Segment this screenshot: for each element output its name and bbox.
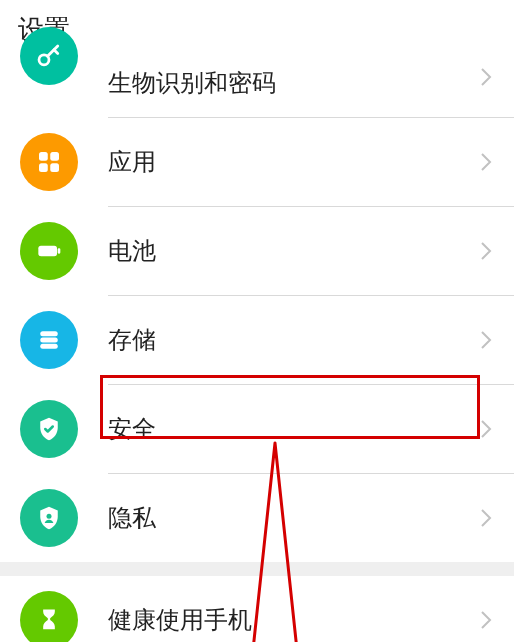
shield-check-icon [20,400,78,458]
chevron-right-icon [480,610,492,630]
svg-rect-1 [39,152,48,161]
key-icon [20,27,78,85]
storage-icon [20,311,78,369]
svg-rect-6 [58,248,61,253]
svg-rect-3 [39,163,48,172]
battery-icon [20,222,78,280]
svg-rect-9 [40,344,58,349]
shield-user-icon [20,489,78,547]
svg-point-10 [47,514,52,519]
settings-item-biometric[interactable]: 生物识别和密码 [0,61,514,117]
settings-list: 生物识别和密码 应用 [0,61,514,642]
settings-item-security[interactable]: 安全 [0,385,514,473]
settings-item-storage[interactable]: 存储 [0,296,514,384]
svg-rect-5 [38,246,57,257]
svg-rect-7 [40,331,58,336]
settings-screen: 设置 生物识别和密码 [0,0,514,642]
hourglass-icon [20,591,78,642]
chevron-right-icon [480,67,492,87]
settings-item-battery[interactable]: 电池 [0,207,514,295]
apps-icon [20,133,78,191]
chevron-right-icon [480,330,492,350]
chevron-right-icon [480,241,492,261]
settings-item-privacy[interactable]: 隐私 [0,474,514,562]
settings-item-label: 隐私 [108,502,480,534]
settings-item-label: 健康使用手机 [108,604,480,636]
svg-rect-4 [50,163,59,172]
chevron-right-icon [480,508,492,528]
settings-item-label: 存储 [108,324,480,356]
chevron-right-icon [480,419,492,439]
settings-item-label: 生物识别和密码 [108,67,480,99]
svg-rect-2 [50,152,59,161]
settings-item-label: 安全 [108,413,480,445]
chevron-right-icon [480,152,492,172]
settings-item-apps[interactable]: 应用 [0,118,514,206]
settings-item-label: 电池 [108,235,480,267]
svg-rect-8 [40,338,58,343]
settings-item-digital[interactable]: 健康使用手机 [0,576,514,642]
settings-item-label: 应用 [108,146,480,178]
section-gap [0,562,514,576]
